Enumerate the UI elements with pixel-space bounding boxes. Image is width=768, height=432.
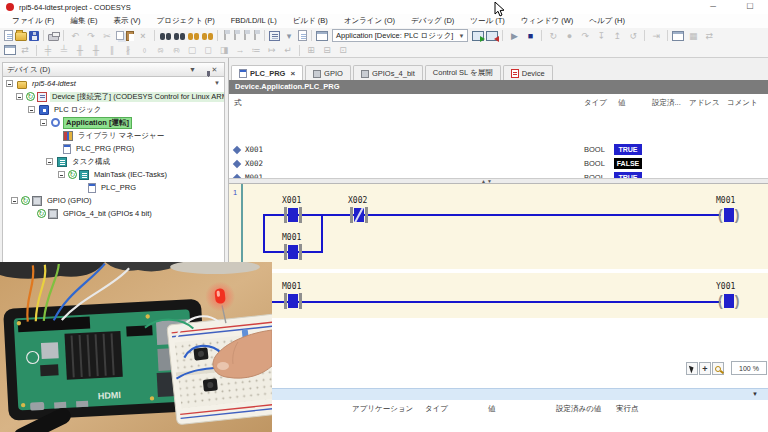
save-icon[interactable] [29,31,39,41]
tree-item-library-manager[interactable]: ライブラリ マネージャー [3,129,224,142]
tab-plc-prg[interactable]: PLC_PRG × [231,65,303,80]
value-badge[interactable]: TRUE [614,144,642,155]
expander-icon[interactable] [58,171,65,178]
edit-mode-icon[interactable]: ⊞ [304,44,318,57]
logout-icon[interactable] [486,31,498,41]
ld-toolbox-icon[interactable] [4,45,16,55]
replace-icon[interactable] [187,30,199,42]
column-header-prepared-value[interactable]: 設定済... [652,98,681,108]
expander-icon[interactable] [16,93,23,100]
insert-set-coil-icon[interactable]: (S) [153,44,167,57]
maximize-button[interactable]: ☐ [739,1,761,13]
bookmark-next-icon[interactable] [232,30,240,41]
delete-icon[interactable]: × [136,29,150,42]
close-tab-icon[interactable]: × [290,69,295,78]
tree-item-plc-logic[interactable]: PLC ロジック [3,103,224,116]
column-header-execution-point[interactable]: 実行点 [616,404,639,414]
copy-icon[interactable] [116,31,124,40]
coil-m001[interactable]: () [718,207,742,223]
network-2[interactable] [229,273,768,318]
paste-icon[interactable] [126,31,134,41]
tab-gpio[interactable]: GPIO [305,65,351,80]
single-cycle-icon[interactable]: ↻ [546,29,560,42]
run-to-cursor-icon[interactable]: ⇥ [649,29,663,42]
menu-debug[interactable]: デバッグ (D) [403,14,462,28]
menu-help[interactable]: ヘルプ (H) [581,14,633,28]
column-header-type[interactable]: タイプ [584,98,607,108]
open-file-icon[interactable] [15,32,27,41]
active-application-selector[interactable]: Application [Device: PLC ロジック] ▼ [332,29,468,42]
find-next-icon[interactable] [173,30,185,42]
tree-item-device[interactable]: Device [接続完了] (CODESYS Control for Linux… [3,90,224,103]
insert-network-below-icon[interactable]: ╧ [57,44,71,57]
insert-contact-icon[interactable]: ╫ [73,44,87,57]
no-contact-m001-branch[interactable] [284,244,302,260]
menu-build[interactable]: ビルド (B) [285,14,336,28]
magnifier-tool-button[interactable] [712,362,724,375]
column-header-comment[interactable]: コメント [727,98,758,108]
close-icon[interactable]: ✕ [209,66,220,74]
select-mode-icon[interactable]: ⊟ [320,44,334,57]
column-header-value[interactable]: 値 [488,404,496,414]
print-icon[interactable] [48,34,59,41]
pan-tool-button[interactable]: + [699,362,711,375]
expander-icon[interactable] [40,119,47,126]
objects-dropdown-icon[interactable]: ▾ [282,29,296,42]
menu-online[interactable]: オンライン (O) [336,14,403,28]
menu-edit[interactable]: 編集 (E) [62,14,105,28]
redo-icon[interactable]: ↷ [84,29,98,42]
column-header-prepared-value[interactable]: 設定済みの値 [556,404,601,414]
expander-icon[interactable] [46,158,53,165]
step-out-icon[interactable]: ↥ [610,29,624,42]
tree-item-application[interactable]: Application [運転] [3,116,224,129]
nc-contact-x002[interactable] [350,207,368,223]
insert-box-en-icon[interactable]: ◨ [217,44,231,57]
menu-fbd-ld-il[interactable]: FBD/LD/IL (L) [223,14,285,28]
replace-next-icon[interactable] [201,30,213,42]
tree-item-gpio[interactable]: GPIO (GPIO) [3,194,224,207]
monitor-icon[interactable] [316,31,328,41]
column-header-expression[interactable]: 式 [234,98,242,108]
insert-jump-icon[interactable]: ↦ [265,44,279,57]
column-header-type[interactable]: タイプ [425,404,448,414]
network-1[interactable] [229,184,768,269]
insert-return-icon[interactable]: ↵ [281,44,295,57]
step-over-icon[interactable]: ↷ [578,29,592,42]
tab-device[interactable]: Device [503,65,553,80]
insert-parallel-contact-icon[interactable]: ∥ [105,44,119,57]
tree-item-project-root[interactable]: rpi5-64-ldtest ▼ [3,77,224,90]
login-icon[interactable] [472,31,484,41]
ld-navigate-icon[interactable]: ⇄ [18,44,32,57]
column-header-application[interactable]: アプリケーション [352,404,413,414]
bookmark-prev-icon[interactable] [242,30,250,41]
view-filter-dropdown-icon[interactable]: ▼ [214,80,220,86]
no-contact-x001[interactable] [284,207,302,223]
cut-icon[interactable]: ✂ [100,29,114,42]
insert-function-block-icon[interactable]: ▢ [185,44,199,57]
column-header-address[interactable]: アドレス [689,98,720,108]
new-object-icon[interactable] [298,30,307,41]
value-badge[interactable]: FALSE [614,158,642,169]
coil-y001[interactable]: () [718,293,742,309]
minimize-button[interactable]: ─ [702,1,724,13]
insert-assignment-icon[interactable]: ≔ [249,44,263,57]
insert-input-icon[interactable]: → [233,44,247,57]
undo-icon[interactable]: ↶ [68,29,82,42]
step-into-icon[interactable]: ↧ [594,29,608,42]
insert-parallel-negated-contact-icon[interactable]: ∦ [121,44,135,57]
insert-empty-box-icon[interactable]: ◻ [201,44,215,57]
stop-icon[interactable]: ■ [523,29,537,42]
watch-row-x001[interactable]: X001 BOOL TRUE [229,144,768,157]
tab-gpios-4-bit[interactable]: GPIOs_4_bit [353,65,423,80]
select-tool-button[interactable] [686,362,698,375]
no-contact-m001[interactable] [284,293,302,309]
chevron-down-icon[interactable]: ▼ [752,391,758,397]
tree-item-maintask-plc-prg[interactable]: PLC_PRG [3,181,224,194]
expander-icon[interactable] [28,106,35,113]
tree-item-maintask[interactable]: MainTask (IEC-Tasks) [3,168,224,181]
menu-project[interactable]: プロジェクト (P) [149,14,223,28]
tree-item-task-configuration[interactable]: タスク構成 [3,155,224,168]
refresh-icon[interactable]: ⇄ [702,29,716,42]
reset-icon[interactable]: ↺ [626,29,640,42]
flow-control-icon[interactable] [672,31,684,41]
